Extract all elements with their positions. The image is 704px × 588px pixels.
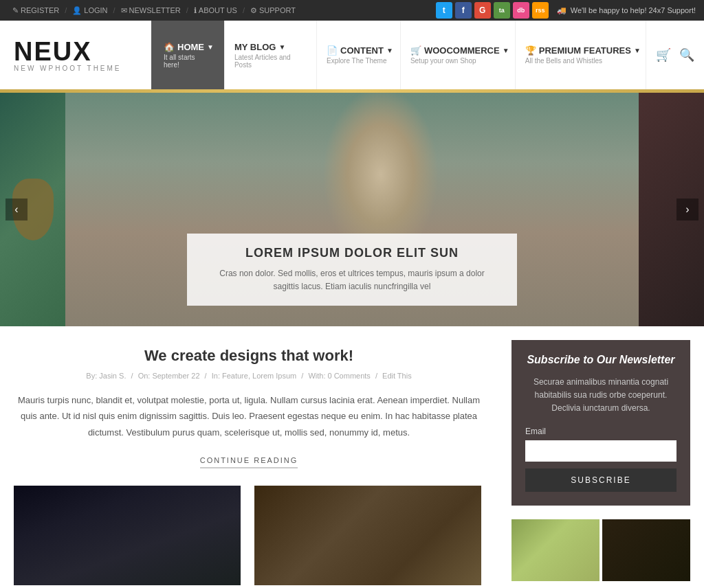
register-icon: ✎ [12,6,19,15]
myblog-dropdown-icon: ▼ [278,43,285,51]
newsletter-title: Subscribe to Our Newsletter [525,354,676,366]
rss-icon[interactable]: rss [532,2,549,19]
sidebar: Subscribe to Our Newsletter Securae anim… [498,326,704,588]
support-link[interactable]: ⚙ SUPPORT [246,6,300,15]
article-category: In: Feature, Lorem Ipsum [212,372,297,380]
article-date: On: September 22 [138,372,200,380]
article-body: Mauris turpis nunc, blandit et, volutpat… [14,392,484,440]
support-icon: ⚙ [250,6,257,15]
slider-left-panel: ‹ [0,93,65,326]
premium-dropdown-icon: ▼ [634,47,641,54]
woo-icon: 🛒 [410,45,421,56]
truck-icon: 🚚 [557,6,566,15]
slider-caption: LOREM IPSUM DOLOR ELIT SUN Cras non dolo… [187,234,517,306]
top-bar-links: ✎ REGISTER / 👤 LOGIN / ✉ NEWSLETTER / ℹ … [8,6,300,15]
nav-my-blog[interactable]: MY BLOG ▼ Latest Articles and Posts [225,21,317,89]
content-dropdown-icon: ▼ [386,47,393,54]
header: NEUX NEW WPHOOT THEME 🏠 HOME ▼ It all st… [0,21,704,89]
login-link[interactable]: 👤 LOGIN [68,6,111,15]
dribbble-icon[interactable]: db [513,2,529,19]
nav-premium[interactable]: 🏆 PREMIUM FEATURES ▼ All the Bells and W… [516,21,646,89]
content-area: We create designs that work! By: Jasin S… [0,326,498,588]
woo-dropdown-icon: ▼ [503,47,509,54]
nav-home[interactable]: 🏠 HOME ▼ It all starts here! [151,21,225,89]
about-icon: ℹ [194,6,197,15]
article-meta: By: Jasin S. / On: September 22 / In: Fe… [14,372,484,380]
slider-description: Cras non dolor. Sed mollis, eros et ultr… [208,267,496,293]
search-icon[interactable]: 🔍 [679,47,694,63]
logo-subtitle: NEW WPHOOT THEME [14,65,138,72]
content-icon: 📄 [327,45,338,56]
slider-prev-button[interactable]: ‹ [6,199,28,220]
main-nav: 🏠 HOME ▼ It all starts here! MY BLOG ▼ L… [151,21,704,89]
article-edit[interactable]: Edit This [382,372,412,380]
bottom-image-1 [14,486,241,585]
logo-title: NEUX [14,38,138,65]
sidebar-image-2 [602,519,690,581]
bottom-image-2 [254,486,481,585]
article-comments: With: 0 Comments [308,372,370,380]
nav-content[interactable]: 📄 CONTENT ▼ Explore The Theme [317,21,401,89]
email-label: Email [525,427,676,436]
continue-reading-link[interactable]: CONTINUE READING [200,456,298,468]
newsletter-box: Subscribe to Our Newsletter Securae anim… [512,340,690,506]
premium-icon: 🏆 [525,45,536,56]
article-title: We create designs that work! [14,347,484,365]
nav-tools: 🛒 🔍 [646,21,704,89]
slider-right-panel: › [639,93,704,326]
sidebar-images [512,519,690,581]
main-content: We create designs that work! By: Jasin S… [0,326,704,588]
continue-reading: CONTINUE READING [14,454,484,465]
logo[interactable]: NEUX NEW WPHOOT THEME [0,38,151,72]
article-author: By: Jasin S. [86,372,126,380]
subscribe-button[interactable]: SUBSCRIBE [525,468,676,492]
about-us-link[interactable]: ℹ ABOUT US [190,6,241,15]
register-link[interactable]: ✎ REGISTER [8,6,63,15]
google-icon[interactable]: G [474,2,491,19]
top-bar-right: t f G ta db rss 🚚 We'll be happy to help… [436,2,696,19]
facebook-icon[interactable]: f [455,2,472,19]
home-dropdown-icon: ▼ [207,43,214,51]
bottom-images [14,486,484,585]
slider-title: LOREM IPSUM DOLOR ELIT SUN [208,246,496,260]
twitter-icon[interactable]: t [436,2,452,19]
nav-woocommerce[interactable]: 🛒 WOOCOMMERCE ▼ Setup your own Shop [401,21,516,89]
newsletter-icon: ✉ [121,6,127,15]
email-input[interactable] [525,440,676,462]
newsletter-desc: Securae animalibus minantia cognati habi… [525,376,676,416]
slider-main: LOREM IPSUM DOLOR ELIT SUN Cras non dolo… [65,93,639,326]
support-message: 🚚 We'll be happy to help! 24x7 Support! [557,6,696,15]
slider-next-button[interactable]: › [676,199,698,220]
top-bar: ✎ REGISTER / 👤 LOGIN / ✉ NEWSLETTER / ℹ … [0,0,704,21]
newsletter-link[interactable]: ✉ NEWSLETTER [117,6,185,15]
sidebar-image-1 [512,519,600,581]
slider: ‹ LOREM IPSUM DOLOR ELIT SUN Cras non do… [0,93,704,326]
login-icon: 👤 [72,6,82,15]
home-icon: 🏠 [164,42,175,52]
tripadvisor-icon[interactable]: ta [494,2,510,19]
cart-icon[interactable]: 🛒 [656,47,671,63]
